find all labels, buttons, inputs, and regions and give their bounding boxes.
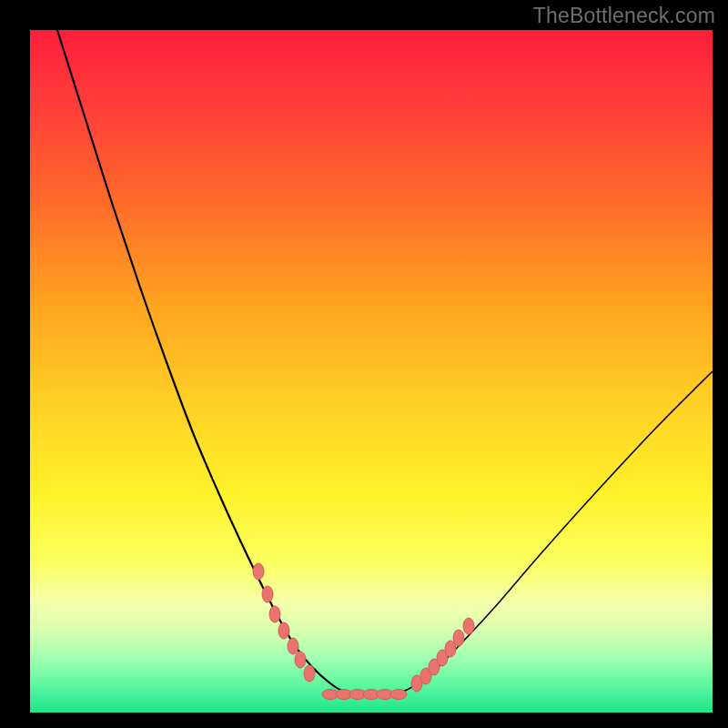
dots-left-group (253, 563, 315, 682)
data-dot (390, 690, 407, 700)
dots-flat-group (322, 690, 407, 700)
chart-root: TheBottleneck.com (0, 0, 728, 728)
bottleneck-curve-right (344, 371, 713, 695)
data-dot (304, 665, 315, 682)
plot-area (30, 30, 713, 713)
bottleneck-curve-left (57, 30, 376, 694)
dots-right-group (411, 618, 474, 692)
watermark-text: TheBottleneck.com (533, 4, 715, 28)
chart-svg (30, 30, 713, 713)
data-dot (278, 622, 289, 639)
data-dot (463, 618, 474, 634)
data-dot (453, 630, 464, 646)
data-dot (253, 563, 264, 580)
data-dot (288, 638, 298, 654)
data-dot (262, 586, 273, 602)
data-dot (295, 652, 306, 668)
data-dot (269, 606, 280, 622)
